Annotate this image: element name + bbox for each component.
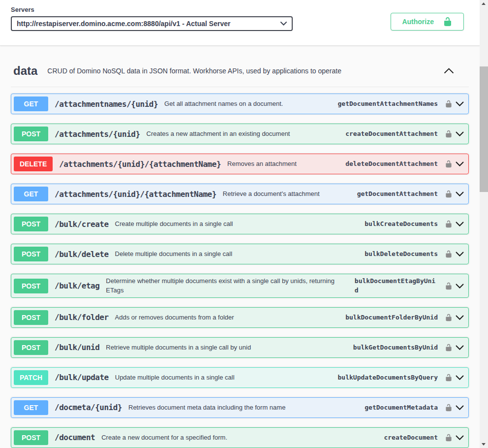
expand-button[interactable] — [456, 222, 464, 226]
operation-summary[interactable]: GET/docmeta/{unid}Retrieves document met… — [11, 398, 468, 417]
operation-path: /document — [55, 433, 95, 442]
operation-row: POST/bulk/deleteDelete multiple document… — [11, 244, 469, 264]
swagger-ui-page: Servers http://restapiserver.domino.acme… — [0, 0, 488, 448]
lock-button[interactable] — [445, 282, 453, 290]
operation-id: getDocumentMetadata — [365, 403, 438, 412]
operation-description: Create a new document for a specified fo… — [101, 433, 232, 442]
operation-id: getDocumentAttachment — [357, 190, 438, 198]
lock-button[interactable] — [445, 99, 453, 108]
operation-summary[interactable]: POST/bulk/unidRetrieve multiple document… — [11, 338, 468, 357]
operation-summary[interactable]: POST/documentCreate a new document for a… — [11, 428, 468, 448]
lock-button[interactable] — [445, 373, 453, 382]
chevron-down-icon — [456, 222, 464, 226]
lock-button[interactable] — [445, 433, 453, 442]
scrollbar[interactable] — [480, 0, 488, 448]
operation-summary[interactable]: POST/bulk/etagDetermine whether multiple… — [11, 274, 468, 297]
servers-select[interactable]: http://restapiserver.domino.acme.com:888… — [11, 16, 293, 31]
operation-row: POST/attachments/{unid}Creates a new att… — [11, 124, 469, 144]
operation-row: PATCH/bulk/updateUpdate multiple documen… — [11, 367, 469, 388]
lock-button[interactable] — [445, 403, 453, 412]
expand-button[interactable] — [456, 252, 464, 256]
servers-label: Servers — [11, 6, 293, 13]
tag-header[interactable]: data CRUD of Domino NoSQL data in JSON f… — [11, 56, 469, 87]
chevron-down-icon — [280, 22, 287, 26]
tag-title: data — [13, 64, 37, 77]
lock-button[interactable] — [445, 190, 453, 198]
operation-id: bulkDocumentEtagByUnid — [355, 277, 438, 294]
operation-description: Retrieve a document's attachment — [223, 190, 325, 198]
operation-id: bulkCreateDocuments — [365, 220, 438, 228]
lock-button[interactable] — [445, 220, 453, 228]
triangle-down-icon — [482, 443, 486, 446]
operation-description: Get all attachment names on a document. — [164, 99, 288, 108]
lock-button[interactable] — [445, 160, 453, 168]
expand-button[interactable] — [456, 315, 464, 320]
method-badge: PATCH — [14, 370, 48, 385]
scrollbar-thumb[interactable] — [480, 66, 488, 192]
unlock-icon — [445, 190, 453, 198]
operation-path: /bulk/unid — [55, 343, 99, 352]
expand-button[interactable] — [456, 131, 464, 136]
unlock-icon — [445, 313, 453, 322]
operation-summary[interactable]: POST/bulk/folderAdds or removes document… — [11, 308, 468, 327]
unlock-icon — [445, 433, 453, 442]
main-content: Servers http://restapiserver.domino.acme… — [0, 0, 480, 448]
method-badge: POST — [14, 279, 48, 293]
expand-button[interactable] — [456, 101, 464, 106]
operation-path: /attachments/{unid} — [55, 129, 140, 139]
operation-summary[interactable]: POST/bulk/createCreate multiple document… — [11, 214, 468, 234]
lock-button[interactable] — [445, 313, 453, 322]
chevron-down-icon — [456, 375, 464, 380]
operation-id: bulkDeleteDocuments — [365, 250, 438, 258]
expand-button[interactable] — [456, 375, 464, 380]
operation-row: POST/documentCreate a new document for a… — [11, 427, 469, 448]
operation-description: Creates a new attachment in an existing … — [147, 129, 295, 138]
operation-path: /attachments/{unid}/{attachmentName} — [59, 160, 221, 169]
chevron-up-icon[interactable] — [444, 68, 454, 74]
operation-summary[interactable]: DELETE/attachments/{unid}/{attachmentNam… — [11, 154, 468, 174]
operation-path: /bulk/folder — [55, 313, 109, 322]
operation-path: /bulk/update — [55, 373, 109, 382]
expand-button[interactable] — [456, 192, 464, 196]
tag-description: CRUD of Domino NoSQL data in JSON format… — [47, 67, 444, 75]
chevron-down-icon — [456, 252, 464, 256]
unlock-icon — [445, 373, 453, 382]
operation-summary[interactable]: GET/attachmentnames/{unid}Get all attach… — [11, 94, 468, 114]
expand-button[interactable] — [456, 435, 464, 440]
expand-button[interactable] — [456, 405, 464, 410]
operation-summary[interactable]: PATCH/bulk/updateUpdate multiple documen… — [11, 368, 468, 387]
operation-path: /attachments/{unid}/{attachmentName} — [55, 190, 216, 199]
unlock-icon — [445, 129, 453, 138]
expand-button[interactable] — [456, 345, 464, 350]
scheme-container: Servers http://restapiserver.domino.acme… — [0, 0, 480, 46]
scrollbar-up-arrow[interactable] — [480, 0, 488, 7]
servers-block: Servers http://restapiserver.domino.acme… — [11, 6, 293, 31]
operation-id: deleteDocumentAttachment — [345, 160, 438, 168]
expand-button[interactable] — [456, 161, 464, 166]
operation-summary[interactable]: GET/attachments/{unid}/{attachmentName}R… — [11, 184, 468, 204]
method-badge: DELETE — [14, 157, 53, 171]
operation-summary[interactable]: POST/bulk/deleteDelete multiple document… — [11, 244, 468, 264]
operation-path: /bulk/create — [55, 220, 109, 229]
operation-summary[interactable]: POST/attachments/{unid}Creates a new att… — [11, 124, 468, 144]
operation-id: bulkDocumentFolderByUnid — [345, 313, 438, 322]
operations-list: GET/attachmentnames/{unid}Get all attach… — [0, 87, 480, 448]
scrollbar-down-arrow[interactable] — [480, 441, 488, 448]
expand-button[interactable] — [456, 284, 464, 288]
chevron-down-icon — [456, 345, 464, 350]
method-badge: POST — [14, 430, 48, 445]
lock-button[interactable] — [445, 129, 453, 138]
chevron-down-icon — [456, 405, 464, 410]
unlock-icon — [445, 403, 453, 412]
servers-selected-value: http://restapiserver.domino.acme.com:888… — [17, 20, 230, 28]
method-badge: GET — [14, 187, 48, 201]
operation-row: POST/bulk/etagDetermine whether multiple… — [11, 274, 469, 297]
authorize-button[interactable]: Authorize — [391, 13, 464, 31]
lock-button[interactable] — [445, 250, 453, 258]
method-badge: POST — [14, 217, 48, 231]
operation-description: Delete multiple documents in a single ca… — [115, 250, 237, 258]
chevron-down-icon — [456, 315, 464, 320]
lock-button[interactable] — [445, 343, 453, 352]
operation-description: Removes an attachment — [227, 160, 302, 168]
unlock-icon — [445, 343, 453, 352]
